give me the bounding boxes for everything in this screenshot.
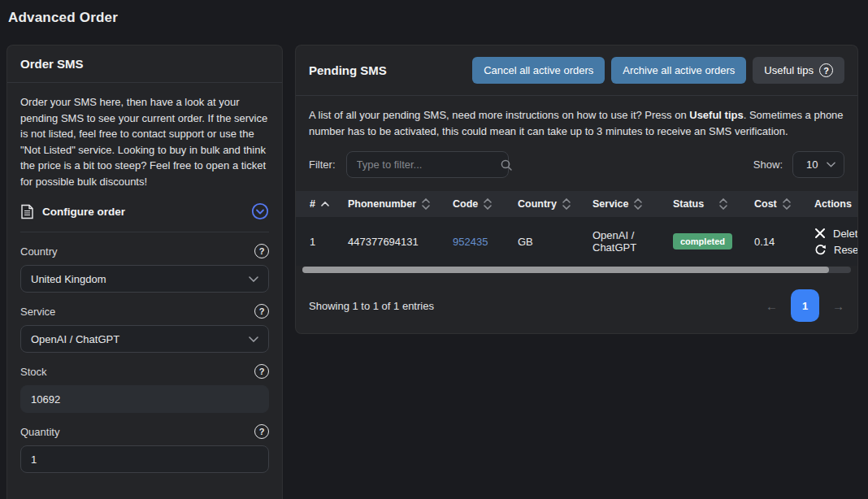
column-header-number[interactable]: # [296,191,341,217]
column-header-country[interactable]: Country [511,191,586,217]
resend-action-label: Resend [834,244,857,256]
stock-input-wrap [20,385,269,413]
description-text: A list of all your pending SMS, need mor… [309,109,689,121]
service-help-icon[interactable]: ? [254,304,269,319]
column-header-code[interactable]: Code [446,191,511,217]
service-label: Service [20,306,55,318]
quantity-input[interactable] [31,453,258,466]
column-header-actions: Actions [808,191,857,217]
stock-help-icon[interactable]: ? [254,364,269,379]
cell-code: 952435 [446,217,511,266]
column-label: Cost [754,198,777,210]
show-per-page-select[interactable]: 10 [792,151,844,178]
column-header-cost[interactable]: Cost [748,191,808,217]
order-sms-header: Order SMS [7,46,282,83]
stock-input[interactable] [31,393,258,406]
document-icon [20,204,34,219]
next-page-arrow-icon[interactable]: → [832,299,844,313]
service-select[interactable]: OpenAI / ChatGPT [20,325,269,353]
pending-sms-header: Pending SMS Cancel all active orders Arc… [296,46,857,96]
status-badge: completed [673,233,732,250]
column-label: Code [453,198,478,210]
stock-label: Stock [20,366,47,378]
pending-sms-title: Pending SMS [309,63,387,77]
chevron-down-icon [249,276,258,282]
column-header-phonenumber[interactable]: Phonenumber [341,191,446,217]
cell-cost: 0.14 [748,217,808,266]
sort-both-icon [719,198,727,210]
table-footer: Showing 1 to 1 of 1 entries ← 1 → [296,273,857,322]
country-select[interactable]: United Kingdom [20,265,269,293]
cell-status: completed [666,217,748,266]
show-label: Show: [753,158,783,171]
column-header-service[interactable]: Service [586,191,666,217]
refresh-icon [814,244,827,256]
pending-sms-table: # Phonenumber Code Country [296,191,857,266]
sort-both-icon [783,198,791,210]
column-label: Service [592,198,628,210]
country-label: Country [20,245,58,258]
sort-asc-icon [321,202,329,206]
code-link[interactable]: 952435 [453,236,488,248]
sort-both-icon [422,198,430,210]
column-label: Country [518,198,557,210]
quantity-label: Quantity [20,426,59,438]
cancel-all-orders-button[interactable]: Cancel all active orders [472,57,605,84]
country-field-row: Country ? [20,244,269,258]
column-label: Actions [814,198,852,210]
cell-number: 1 [296,217,341,266]
configure-order-section-header[interactable]: Configure order [20,202,269,232]
filter-input[interactable] [357,158,500,171]
order-sms-panel: Order SMS Order your SMS here, then have… [7,45,283,499]
quantity-help-icon[interactable]: ? [254,424,269,439]
x-icon [814,228,826,239]
horizontal-scrollbar[interactable] [302,267,851,273]
chevron-down-icon [827,162,835,167]
show-group: Show: 10 [753,151,844,178]
prev-page-arrow-icon[interactable]: ← [766,299,778,313]
useful-tips-label: Useful tips [764,64,814,76]
country-select-value: United Kingdom [31,273,249,285]
column-header-status[interactable]: Status [666,191,748,217]
service-field-row: Service ? [20,304,269,319]
entries-summary: Showing 1 to 1 of 1 entries [309,300,434,312]
stock-field-row: Stock ? [20,364,269,379]
quantity-field-row: Quantity ? [20,424,269,439]
delete-action-label: Delete [833,228,857,240]
sort-both-icon [484,198,492,210]
filter-label: Filter: [309,158,336,171]
country-help-icon[interactable]: ? [254,244,269,258]
cell-actions: Delete Resend [808,217,857,266]
question-mark-icon: ? [819,63,833,77]
cell-phonenumber: 447377694131 [341,217,446,266]
column-label: # [310,198,315,210]
chevron-down-icon [249,336,258,342]
search-icon [500,158,513,171]
delete-action[interactable]: Delete [814,228,857,240]
scrollbar-thumb[interactable] [302,267,829,273]
header-buttons: Cancel all active orders Archive all act… [472,57,844,84]
filter-row: Filter: Show: 10 [309,151,844,178]
order-sms-intro-text: Order your SMS here, then have a look at… [20,94,269,189]
show-select-value: 10 [806,158,818,171]
current-page-button[interactable]: 1 [791,289,819,322]
order-sms-title: Order SMS [20,57,84,71]
collapse-chevron-circle-icon[interactable] [251,202,269,220]
pagination: ← 1 → [766,289,844,322]
pending-sms-description: A list of all your pending SMS, need mor… [309,107,844,140]
pending-sms-table-wrap: # Phonenumber Code Country [296,191,857,266]
table-header-row: # Phonenumber Code Country [296,191,857,217]
resend-action[interactable]: Resend [814,244,857,256]
cell-country: GB [511,217,586,266]
cell-service: OpenAI / ChatGPT [586,217,666,266]
quantity-input-wrap [20,445,269,473]
description-bold-text: Useful tips [689,109,743,121]
useful-tips-button[interactable]: Useful tips ? [753,57,844,84]
page-title: Advanced Order [8,10,118,26]
column-label: Status [673,198,704,210]
sort-both-icon [562,198,571,210]
filter-input-wrap [346,151,509,178]
archive-all-orders-button[interactable]: Archive all active orders [611,57,746,84]
service-select-value: OpenAI / ChatGPT [31,333,249,345]
sort-both-icon [634,198,642,210]
